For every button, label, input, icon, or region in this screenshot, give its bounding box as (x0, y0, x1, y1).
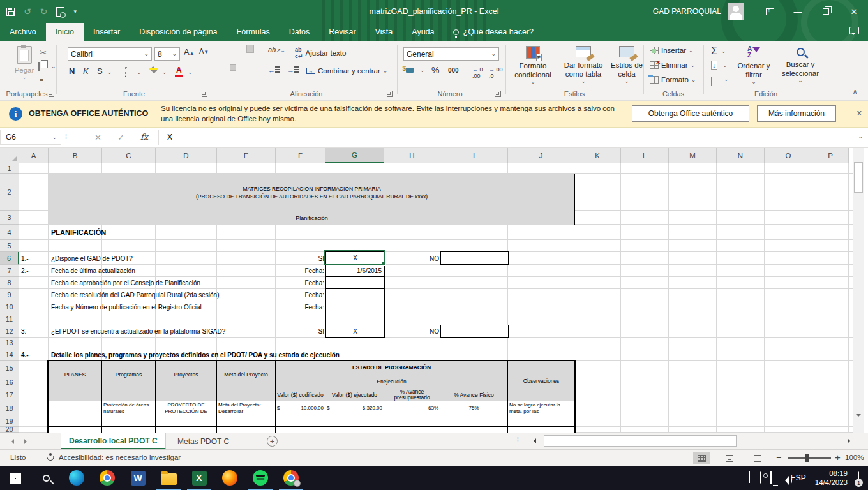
cell-b8[interactable]: Fecha de aprobación por el Consejo de Pl… (51, 277, 200, 289)
format-as-table-button[interactable]: Dar formato como tabla ⌄ (557, 46, 610, 84)
th-ejecucion[interactable]: Enejecución (276, 375, 508, 389)
cell-i12[interactable] (440, 325, 509, 338)
th-proyectos-band[interactable] (156, 389, 217, 401)
worksheet-grid[interactable]: ABCDEFGHIJKLMNOP 12345678910111213141516… (0, 148, 868, 433)
column-header-L[interactable]: L (621, 148, 669, 163)
row-header-6[interactable]: 6 (0, 252, 19, 265)
zoom-out-button[interactable]: − (776, 452, 781, 463)
font-name-combo[interactable]: Calibri⌄ (68, 47, 152, 61)
td-avance-fisico[interactable]: 75% (440, 401, 508, 415)
formula-input[interactable]: X (167, 133, 172, 142)
italic-button[interactable]: K (83, 66, 89, 76)
conditional-formatting-button[interactable]: Formato condicional ⌄ (511, 46, 555, 85)
cell-a14[interactable]: 4.- (21, 348, 29, 361)
autosum-button[interactable]: Σ⌄ (711, 46, 717, 56)
cell-b14[interactable]: Detalle los planes, programas y proyecto… (51, 348, 340, 361)
cell-a6[interactable]: 1.- (21, 252, 29, 265)
cell-g12[interactable]: X (326, 325, 385, 338)
row-header-1[interactable]: 1 (0, 163, 19, 174)
avatar[interactable] (728, 3, 744, 20)
cancel-entry-icon[interactable]: ✕ (94, 133, 101, 142)
th-observaciones[interactable]: Observaciones (508, 361, 575, 401)
th-planes[interactable]: PLANES (49, 361, 102, 389)
th-programas[interactable]: Programas (102, 361, 156, 389)
cell-h6[interactable]: NO (384, 252, 439, 265)
horizontal-scrollbar[interactable] (528, 435, 855, 447)
td-empty[interactable] (49, 427, 102, 433)
column-header-N[interactable]: N (717, 148, 765, 163)
column-header-O[interactable]: O (765, 148, 812, 163)
td-empty[interactable] (508, 427, 575, 433)
sheet-tab-active[interactable]: Desarrollo local PDOT C (61, 433, 166, 449)
tab-disposicion[interactable]: Disposición de página (130, 23, 227, 41)
decrease-font-button[interactable]: A▼ (199, 47, 209, 55)
vertical-scroll-thumb[interactable] (854, 162, 863, 193)
increase-decimal-button[interactable]: ←.0.00 (472, 66, 483, 79)
tab-ayuda[interactable]: Ayuda (402, 23, 444, 41)
row-header-15[interactable]: 15 (0, 361, 19, 375)
td-empty[interactable] (217, 415, 276, 427)
font-dialog-launcher-icon[interactable] (202, 91, 207, 97)
minimize-button[interactable]: — (784, 0, 812, 23)
th-meta[interactable]: Meta del Proyecto (217, 361, 276, 389)
cell-b4[interactable]: PLANIFICACIÓN (51, 225, 106, 240)
td-empty[interactable] (326, 427, 384, 433)
bold-button[interactable]: N (69, 66, 75, 76)
taskbar-file-explorer[interactable] (153, 466, 184, 490)
insert-cells-button[interactable]: Insertar⌄ (650, 47, 694, 54)
row-header-2[interactable]: 2 (0, 174, 19, 211)
cell-f8[interactable]: Fecha: (276, 277, 324, 289)
page-break-view-button[interactable] (749, 452, 766, 464)
alignment-dialog-launcher-icon[interactable] (387, 91, 393, 97)
tab-archivo[interactable]: Archivo (0, 23, 46, 41)
taskbar-spotify[interactable] (245, 466, 276, 490)
row-header-11[interactable]: 11 (0, 313, 19, 325)
cell-g11[interactable] (326, 313, 385, 325)
cell-subtitle-merged[interactable]: Planificación (49, 211, 575, 225)
fill-color-caret-icon[interactable]: ⌄ (162, 70, 167, 75)
td-empty[interactable] (440, 427, 508, 433)
td-empty[interactable] (440, 415, 508, 427)
cell-title-merged[interactable]: MATRICES RECOPILACION INFORMACIÓN PRIMAR… (49, 174, 575, 211)
font-size-combo[interactable]: 8⌄ (154, 47, 180, 61)
column-header-M[interactable]: M (669, 148, 717, 163)
language-indicator[interactable]: ESP (791, 473, 806, 482)
row-header-9[interactable]: 9 (0, 289, 19, 301)
cell-f12[interactable]: SI (276, 325, 324, 338)
column-header-D[interactable]: D (156, 148, 217, 163)
wrap-text-button[interactable]: abc↵ Ajustar texto (295, 47, 346, 59)
sort-filter-button[interactable]: AZ Ordenar y filtrar ⌄ (733, 46, 775, 85)
row-header-7[interactable]: 7 (0, 265, 19, 277)
cell-b10[interactable]: Fecha y Número de publicación en el Regi… (51, 301, 202, 313)
row-header-4[interactable]: 4 (0, 225, 19, 240)
underline-caret-icon[interactable]: ⌄ (107, 70, 112, 75)
comments-icon[interactable] (849, 27, 859, 34)
page-layout-view-button[interactable] (721, 452, 738, 464)
th-valor-codificado[interactable]: Valor ($) codificado (276, 389, 326, 401)
column-header-H[interactable]: H (384, 148, 440, 163)
row-header-10[interactable]: 10 (0, 301, 19, 313)
close-button[interactable]: ✕ (840, 0, 868, 23)
select-all-corner[interactable] (0, 148, 19, 163)
account-name[interactable]: GAD PARROQUIAL (653, 7, 721, 16)
th-programas-band[interactable] (102, 389, 156, 401)
row-header-8[interactable]: 8 (0, 277, 19, 289)
clear-button[interactable]: ⌄ (711, 78, 712, 85)
cell-b7[interactable]: Fecha de última actualización (51, 265, 135, 277)
name-box[interactable]: G6 ⌄ (0, 130, 61, 145)
number-format-combo[interactable]: General⌄ (403, 47, 499, 61)
align-center-button[interactable] (230, 64, 236, 71)
cell-a7[interactable]: 2.- (21, 265, 29, 277)
td-empty[interactable] (49, 415, 102, 427)
cell-f6[interactable]: SI (276, 252, 324, 265)
taskbar-chrome[interactable] (92, 466, 123, 490)
scroll-down-icon[interactable] (856, 417, 861, 428)
cell-g8[interactable] (326, 276, 385, 289)
horizontal-scroll-thumb[interactable] (544, 435, 737, 447)
row-header-5[interactable]: 5 (0, 240, 19, 252)
hscroll-left-icon[interactable] (531, 438, 536, 443)
th-planes-band[interactable] (49, 389, 102, 401)
sheet-tab-metas[interactable]: Metas PDOT C (170, 433, 237, 449)
increase-font-button[interactable]: A▲ (184, 47, 195, 57)
row-header-20[interactable]: 20 (0, 427, 19, 433)
